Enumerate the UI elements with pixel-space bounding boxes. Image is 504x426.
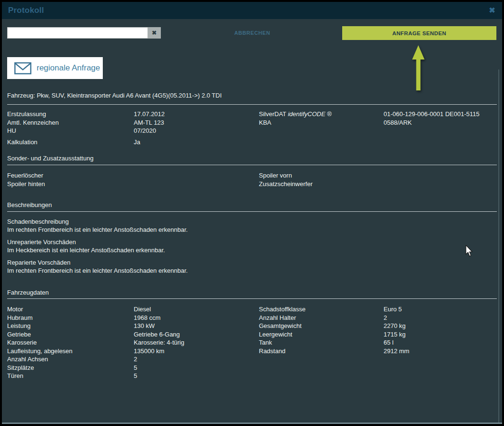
protokoll-dialog: Protokoll ✖ ✖ ABBRECHEN ANFRAGE SENDEN r… [2, 2, 502, 424]
divider [7, 165, 497, 165]
field-value: AM-TL 123 [134, 119, 259, 127]
divider [7, 104, 497, 105]
scrollbar-track[interactable] [498, 69, 499, 423]
field-value: 01-060-129-006-0001 DE001-5115 [384, 110, 497, 119]
table-row: KarosserieKarosserie: 4-türig Tank65 l [7, 338, 497, 347]
envelope-icon [14, 61, 32, 75]
equipment-list: Feuerlöscher Spoiler vorn Spoiler hinten… [7, 171, 497, 188]
field-label: Radstand [259, 347, 384, 356]
field-label: Anzahl Halter [259, 314, 384, 322]
description-item: Reparierte Vorschäden Im rechten Frontbe… [7, 258, 188, 275]
field-value: 5 [134, 372, 259, 380]
field-value: Karosserie: 4-türig [134, 338, 259, 347]
description-title: Unreparierte Vorschäden [7, 238, 165, 246]
field-value: 2 [134, 355, 259, 364]
field-value: Getriebe 6-Gang [134, 330, 259, 339]
registration-table: Erstzulassung 17.07.2012 SilverDAT ident… [7, 110, 497, 135]
field-label: Kalkulation [7, 138, 134, 147]
cancel-button[interactable]: ABBRECHEN [202, 27, 303, 39]
field-label: Getriebe [7, 330, 134, 339]
field-value: Diesel [134, 305, 259, 314]
divider [7, 211, 497, 212]
table-row: HU 07/2020 [7, 127, 497, 135]
regional-request-button[interactable]: regionale Anfrage [7, 57, 103, 79]
field-value: 2 [384, 314, 497, 322]
field-value: Euro 5 [384, 305, 497, 314]
field-label: Leergewicht [259, 330, 384, 339]
description-item: Unreparierte Vorschäden Im Heckbereich i… [7, 238, 165, 254]
table-row: Türen5 [7, 372, 497, 380]
dialog-titlebar: Protokoll ✖ [2, 2, 502, 19]
table-row: MotorDiesel SchadstoffklasseEuro 5 [7, 305, 497, 314]
dialog-title: Protokoll [8, 6, 44, 15]
kalkulation-row: Kalkulation Ja [7, 138, 497, 147]
field-value: 5 [134, 364, 259, 372]
field-label: Gesamtgewicht [259, 322, 384, 330]
field-label: Laufleistung, abgelesen [7, 347, 134, 356]
field-label: Erstzulassung [7, 110, 134, 119]
field-label: Türen [7, 372, 134, 380]
field-value: 1715 kg [384, 330, 497, 339]
field-label: Sitzplätze [7, 364, 134, 372]
vehicle-data-table: MotorDiesel SchadstoffklasseEuro 5 Hubra… [7, 305, 497, 380]
field-label: Amtl. Kennzeichen [7, 119, 134, 127]
protocol-input[interactable] [7, 27, 153, 39]
field-label: HU [7, 127, 134, 135]
field-label: KBA [259, 119, 384, 127]
field-value: 07/2020 [134, 127, 259, 135]
field-value: 2912 mm [384, 347, 497, 356]
divider [7, 298, 497, 299]
arrow-up-annotation-icon [411, 45, 425, 90]
field-label: Motor [7, 305, 134, 314]
field-label: Anzahl Achsen [7, 355, 134, 364]
list-item: Spoiler hinten Zusatzscheinwerfer [7, 180, 497, 188]
field-value: 65 l [384, 338, 497, 347]
section-heading-vehicle-data: Fahrzeugdaten [7, 289, 49, 296]
field-label: SilverDAT identifyCODE ® [259, 110, 384, 119]
list-item: Feuerlöscher Spoiler vorn [7, 171, 497, 180]
section-heading-equipment: Sonder- und Zusatzausstattung [7, 155, 93, 162]
table-row: Laufleistung, abgelesen135000 km Radstan… [7, 347, 497, 356]
description-item: Schadenbeschreibung Im rechten Frontbere… [7, 218, 188, 234]
regional-request-label: regionale Anfrage [37, 63, 100, 73]
description-title: Reparierte Vorschäden [7, 258, 188, 267]
field-label: Schadstoffklasse [259, 305, 384, 314]
description-text: Im rechten Frontbereich ist ein leichter… [7, 226, 188, 234]
field-value: 17.07.2012 [134, 110, 259, 119]
field-label: Leistung [7, 322, 134, 330]
table-row: Leistung130 kW Gesamtgewicht2270 kg [7, 322, 497, 330]
dialog-bottom-edge [2, 423, 502, 424]
description-title: Schadenbeschreibung [7, 218, 188, 226]
field-value: 1968 ccm [134, 314, 259, 322]
table-row: GetriebeGetriebe 6-Gang Leergewicht1715 … [7, 330, 497, 339]
close-icon[interactable]: ✖ [487, 5, 497, 16]
table-row: Amtl. Kennzeichen AM-TL 123 KBA 0588/ARK [7, 119, 497, 127]
field-label: Tank [259, 338, 384, 347]
field-value: 135000 km [134, 347, 259, 356]
field-label: Hubraum [7, 314, 134, 322]
table-row: Hubraum1968 ccm Anzahl Halter2 [7, 314, 497, 322]
mouse-cursor [465, 245, 474, 257]
description-text: Im rechten Frontbereich ist ein leichter… [7, 267, 188, 275]
field-value: Ja [134, 138, 259, 147]
send-request-button[interactable]: ANFRAGE SENDEN [342, 26, 496, 40]
table-row: Anzahl Achsen2 [7, 355, 497, 364]
section-heading-descriptions: Beschreibungen [7, 201, 52, 208]
field-value: 2270 kg [384, 322, 497, 330]
field-value: 0588/ARK [384, 119, 497, 127]
vehicle-summary: Fahrzeug: Pkw, SUV, Kleintransporter Aud… [7, 92, 222, 99]
table-row: Sitzplätze5 [7, 364, 497, 372]
table-row: Erstzulassung 17.07.2012 SilverDAT ident… [7, 110, 497, 119]
field-value: 130 kW [134, 322, 259, 330]
clear-input-icon[interactable]: ✖ [148, 27, 161, 39]
description-text: Im Heckbereich ist ein leichter Anstoßsc… [7, 246, 165, 254]
field-label: Karosserie [7, 338, 134, 347]
